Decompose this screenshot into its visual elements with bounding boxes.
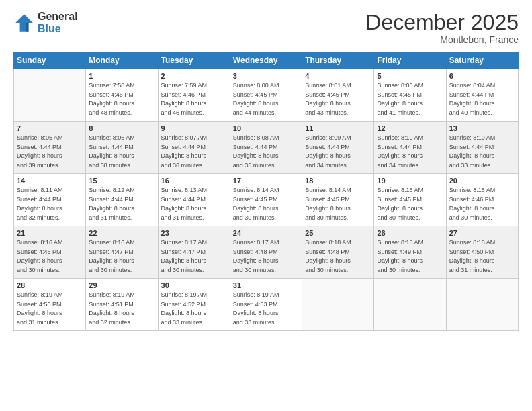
day-sunrise: Sunrise: 8:13 AM <box>161 187 208 193</box>
day-number: 8 <box>89 124 154 132</box>
day-number: 23 <box>161 229 227 237</box>
day-daylight: Daylight: 8 hours <box>89 257 134 264</box>
day-sunset: Sunset: 4:45 PM <box>233 196 278 203</box>
day-daylight2: and 43 minutes. <box>305 109 348 116</box>
day-number: 20 <box>449 177 515 185</box>
day-number: 7 <box>17 124 83 132</box>
calendar-cell: 7 Sunrise: 8:05 AM Sunset: 4:44 PM Dayli… <box>14 122 86 174</box>
day-number: 21 <box>17 229 83 237</box>
calendar-cell: 31 Sunrise: 8:19 AM Sunset: 4:53 PM Dayl… <box>230 279 302 331</box>
day-daylight: Daylight: 8 hours <box>305 205 351 212</box>
day-number: 31 <box>233 281 299 289</box>
day-sunset: Sunset: 4:46 PM <box>449 196 494 203</box>
day-daylight: Daylight: 8 hours <box>161 100 207 107</box>
day-daylight2: and 30 minutes. <box>17 267 60 273</box>
day-sunrise: Sunrise: 8:18 AM <box>377 239 423 246</box>
calendar-cell: 1 Sunrise: 7:58 AM Sunset: 4:46 PM Dayli… <box>86 69 158 122</box>
day-number: 10 <box>233 124 299 132</box>
day-daylight2: and 32 minutes. <box>89 319 132 326</box>
day-number: 9 <box>161 124 227 132</box>
day-sunrise: Sunrise: 7:59 AM <box>161 82 208 89</box>
day-sunset: Sunset: 4:44 PM <box>449 91 494 98</box>
day-sunset: Sunset: 4:45 PM <box>233 91 278 98</box>
calendar-cell: 3 Sunrise: 8:00 AM Sunset: 4:45 PM Dayli… <box>230 69 302 122</box>
day-sunset: Sunset: 4:49 PM <box>377 248 422 255</box>
day-daylight2: and 48 minutes. <box>89 109 132 116</box>
day-sunset: Sunset: 4:45 PM <box>305 91 350 98</box>
page: General Blue December 2025 Montlebon, Fr… <box>0 0 532 411</box>
header-tuesday: Tuesday <box>158 52 230 69</box>
day-daylight: Daylight: 8 hours <box>17 205 62 212</box>
day-sunrise: Sunrise: 8:11 AM <box>17 187 63 193</box>
calendar-cell: 8 Sunrise: 8:06 AM Sunset: 4:44 PM Dayli… <box>86 122 158 174</box>
header: General Blue December 2025 Montlebon, Fr… <box>13 11 519 45</box>
day-sunset: Sunset: 4:51 PM <box>89 301 134 308</box>
day-daylight2: and 31 minutes. <box>161 214 204 221</box>
day-sunset: Sunset: 4:44 PM <box>233 144 278 150</box>
day-sunrise: Sunrise: 8:12 AM <box>89 187 135 193</box>
day-daylight: Daylight: 8 hours <box>89 152 134 159</box>
logo-blue-text: Blue <box>38 23 78 35</box>
calendar-cell <box>446 279 518 331</box>
day-daylight: Daylight: 8 hours <box>449 100 495 107</box>
calendar-cell: 26 Sunrise: 8:18 AM Sunset: 4:49 PM Dayl… <box>374 226 446 279</box>
header-wednesday: Wednesday <box>230 52 302 69</box>
calendar-cell: 22 Sunrise: 8:16 AM Sunset: 4:47 PM Dayl… <box>86 226 158 279</box>
day-sunset: Sunset: 4:44 PM <box>449 144 494 150</box>
day-number: 26 <box>377 229 443 237</box>
day-sunrise: Sunrise: 8:18 AM <box>305 239 351 246</box>
day-sunrise: Sunrise: 8:19 AM <box>89 291 135 298</box>
day-sunset: Sunset: 4:47 PM <box>89 248 134 255</box>
calendar-week-0: 1 Sunrise: 7:58 AM Sunset: 4:46 PM Dayli… <box>14 69 519 122</box>
day-daylight2: and 31 minutes. <box>89 214 132 221</box>
day-number: 11 <box>305 124 371 132</box>
day-daylight: Daylight: 8 hours <box>161 152 207 159</box>
svg-marker-0 <box>15 14 33 32</box>
calendar-cell: 10 Sunrise: 8:08 AM Sunset: 4:44 PM Dayl… <box>230 122 302 174</box>
day-daylight2: and 30 minutes. <box>305 214 348 221</box>
logo-icon <box>13 12 35 34</box>
calendar-cell: 4 Sunrise: 8:01 AM Sunset: 4:45 PM Dayli… <box>302 69 374 122</box>
logo-text: General Blue <box>38 11 78 34</box>
day-number: 17 <box>233 177 299 185</box>
day-number: 30 <box>161 281 227 289</box>
day-daylight2: and 30 minutes. <box>233 267 276 273</box>
calendar-cell: 5 Sunrise: 8:03 AM Sunset: 4:45 PM Dayli… <box>374 69 446 122</box>
calendar-cell: 21 Sunrise: 8:16 AM Sunset: 4:46 PM Dayl… <box>14 226 86 279</box>
day-sunrise: Sunrise: 8:07 AM <box>161 134 208 141</box>
day-number: 3 <box>233 72 299 80</box>
calendar-week-1: 7 Sunrise: 8:05 AM Sunset: 4:44 PM Dayli… <box>14 122 519 174</box>
day-sunset: Sunset: 4:46 PM <box>89 91 134 98</box>
calendar-cell: 25 Sunrise: 8:18 AM Sunset: 4:48 PM Dayl… <box>302 226 374 279</box>
calendar-cell: 18 Sunrise: 8:14 AM Sunset: 4:45 PM Dayl… <box>302 174 374 226</box>
day-sunrise: Sunrise: 8:14 AM <box>305 187 351 193</box>
day-sunrise: Sunrise: 8:17 AM <box>161 239 208 246</box>
day-sunrise: Sunrise: 8:00 AM <box>233 82 279 89</box>
day-number: 28 <box>17 281 83 289</box>
day-daylight: Daylight: 8 hours <box>377 205 423 212</box>
calendar-cell: 27 Sunrise: 8:18 AM Sunset: 4:50 PM Dayl… <box>446 226 518 279</box>
day-daylight2: and 30 minutes. <box>233 214 276 221</box>
day-sunrise: Sunrise: 8:09 AM <box>305 134 351 141</box>
day-daylight: Daylight: 8 hours <box>305 100 351 107</box>
day-sunset: Sunset: 4:44 PM <box>161 196 206 203</box>
day-daylight: Daylight: 8 hours <box>89 205 134 212</box>
header-sunday: Sunday <box>14 52 86 69</box>
header-friday: Friday <box>374 52 446 69</box>
day-sunset: Sunset: 4:52 PM <box>161 301 206 308</box>
header-monday: Monday <box>86 52 158 69</box>
day-sunset: Sunset: 4:44 PM <box>17 196 62 203</box>
day-sunrise: Sunrise: 8:19 AM <box>233 291 279 298</box>
day-daylight2: and 34 minutes. <box>377 162 420 169</box>
day-daylight: Daylight: 8 hours <box>449 152 495 159</box>
day-daylight2: and 30 minutes. <box>377 214 420 221</box>
day-sunset: Sunset: 4:50 PM <box>17 301 62 308</box>
logo: General Blue <box>13 11 78 34</box>
day-number: 5 <box>377 72 443 80</box>
day-daylight: Daylight: 8 hours <box>233 152 279 159</box>
day-daylight: Daylight: 8 hours <box>233 257 279 264</box>
header-thursday: Thursday <box>302 52 374 69</box>
day-sunrise: Sunrise: 8:03 AM <box>377 82 423 89</box>
day-daylight2: and 31 minutes. <box>17 319 60 326</box>
day-sunset: Sunset: 4:45 PM <box>377 91 422 98</box>
